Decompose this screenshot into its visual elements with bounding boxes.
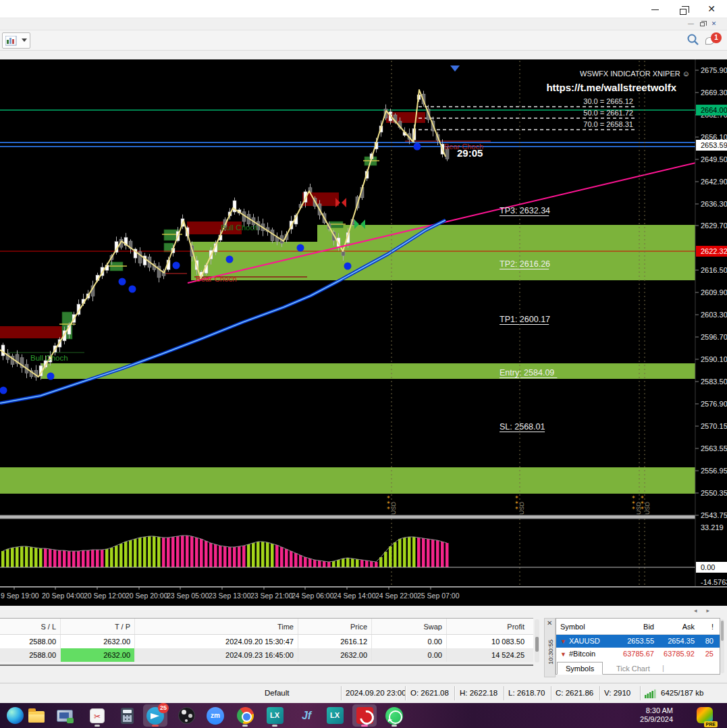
svg-text:23 Sep 13:00: 23 Sep 13:00 xyxy=(209,592,251,600)
panel-grip[interactable]: ✕ 10:30:55 xyxy=(544,618,556,677)
taskbar-item-jforex[interactable]: Jf xyxy=(294,704,319,727)
taskbar-item-obs-studio[interactable] xyxy=(174,704,198,727)
scrollbar-handle[interactable] xyxy=(535,637,539,652)
table-row[interactable]: 2588.00 2632.00 2024.09.20 15:30:47 2616… xyxy=(0,635,533,648)
column-header-swap[interactable]: Swap xyxy=(372,619,447,634)
status-bar: Default 2024.09.20 23:00 O: 2621.08 H: 2… xyxy=(0,683,727,703)
svg-text:24 Sep 14:00: 24 Sep 14:00 xyxy=(333,592,376,600)
status-open: O: 2621.08 xyxy=(410,683,449,703)
svg-text:2616.50: 2616.50 xyxy=(701,266,727,274)
taskbar-item-chrome[interactable] xyxy=(233,704,257,727)
list-item-xauusd[interactable]: ▼XAUUSD 2653.55 2654.35 80 xyxy=(556,635,720,648)
column-header-sl[interactable]: S / L xyxy=(0,619,61,634)
taskbar-item-remote-desktop[interactable] xyxy=(53,704,77,727)
tab-separator: | xyxy=(662,664,664,672)
column-header-time[interactable]: Time xyxy=(135,619,298,634)
taskbar-item-snipping-tool[interactable]: ✂ xyxy=(85,704,109,727)
svg-text:30.0 = 2665.12: 30.0 = 2665.12 xyxy=(583,97,633,105)
status-traffic: 6425/187 kb xyxy=(661,683,703,703)
market-watch-scrollbar[interactable] xyxy=(720,619,724,673)
svg-text:2642.90: 2642.90 xyxy=(701,178,727,186)
svg-text:2596.70: 2596.70 xyxy=(701,333,727,341)
obs-studio-icon xyxy=(178,707,195,724)
panel-scroll-arrows[interactable]: ◂▸ xyxy=(694,607,719,614)
taskbar-item-calculator[interactable] xyxy=(115,704,139,727)
table-row[interactable]: 2588.00 2632.00 2024.09.23 16:45:00 2632… xyxy=(0,648,533,662)
taskbar-item-file-explorer[interactable] xyxy=(24,704,49,727)
taskbar-item-mt4-app[interactable] xyxy=(352,704,377,727)
trades-table[interactable]: S / L T / P Time Price Swap Profit 2588.… xyxy=(0,618,533,662)
running-app-indicator xyxy=(152,725,159,727)
svg-text:Bull Choch: Bull Choch xyxy=(30,354,68,362)
status-high: H: 2622.18 xyxy=(460,683,497,703)
taskbar-item-zoom[interactable]: zm xyxy=(203,704,227,727)
search-icon[interactable] xyxy=(686,33,700,47)
separator xyxy=(640,686,641,700)
market-watch-panel: ◂▸ ✕ 10:30:55 Symbol Bid Ask ! ▼XAUUSD 2… xyxy=(543,606,727,683)
child-close-icon[interactable]: ✕ xyxy=(709,20,719,28)
taskbar-item-telegram[interactable]: 25 xyxy=(143,704,167,727)
toolbar-gap xyxy=(0,51,727,59)
taskbar-copilot-icon[interactable]: PRE xyxy=(695,706,715,726)
zoom-icon: zm xyxy=(207,707,224,725)
status-profile[interactable]: Default xyxy=(265,683,289,703)
cell-sl: 2588.00 xyxy=(0,635,61,648)
svg-text:2576.90: 2576.90 xyxy=(701,400,727,408)
window-close-icon[interactable]: ✕ xyxy=(701,2,722,16)
column-header-price[interactable]: Price xyxy=(298,619,372,634)
column-header-ask[interactable]: Ask xyxy=(657,619,697,634)
notifications-icon[interactable]: 1 xyxy=(705,32,722,47)
lx-app-icon: LX xyxy=(267,707,284,724)
price-chart[interactable]: 30.0 = 2665.1250.0 = 2661.7270.0 = 2658.… xyxy=(0,59,727,606)
svg-text:20 Sep 20:00: 20 Sep 20:00 xyxy=(126,592,168,600)
svg-text:2590.10: 2590.10 xyxy=(701,355,727,363)
column-header-profit[interactable]: Profit xyxy=(447,619,529,634)
column-header-symbol[interactable]: Symbol xyxy=(556,619,614,634)
close-icon[interactable]: ✕ xyxy=(547,619,552,627)
tab-symbols[interactable]: Symbols xyxy=(557,662,603,675)
svg-text:9 Sep 19:00: 9 Sep 19:00 xyxy=(1,592,39,600)
column-header-spread[interactable]: ! xyxy=(697,619,716,634)
taskbar-item-edge[interactable] xyxy=(3,704,27,727)
taskbar-item-lx-app-1[interactable]: LX xyxy=(263,704,287,727)
market-watch-header: Symbol Bid Ask ! xyxy=(556,619,720,635)
cell-profit: 10 083.50 xyxy=(447,635,529,648)
svg-text:24 Sep 06:00: 24 Sep 06:00 xyxy=(292,592,334,600)
child-restore-icon[interactable] xyxy=(697,20,707,28)
separator xyxy=(599,686,600,700)
column-header-bid[interactable]: Bid xyxy=(614,619,657,634)
ask-value: 2654.35 xyxy=(657,635,697,648)
taskbar-clock[interactable]: 8:30 AM 25/9/2024 xyxy=(640,706,673,724)
list-item-bitcoin[interactable]: ▼#Bitcoin 63785.67 63785.92 25 xyxy=(556,648,720,660)
svg-text:WSWFX INDICATOR XNIPER ☺: WSWFX INDICATOR XNIPER ☺ xyxy=(580,70,690,78)
svg-text:TP3: 2632.34: TP3: 2632.34 xyxy=(500,206,550,215)
tab-tick-chart[interactable]: Tick Chart xyxy=(610,663,657,675)
chrome-icon xyxy=(237,707,254,724)
cell-price: 2616.12 xyxy=(298,635,372,648)
status-volume: V: 2910 xyxy=(604,683,630,703)
taskbar-item-lx-app-2[interactable]: LX xyxy=(323,704,347,727)
svg-text:23 Sep 05:00: 23 Sep 05:00 xyxy=(167,592,209,600)
clock-date: 25/9/2024 xyxy=(640,715,673,724)
taskbar-item-whatsapp[interactable] xyxy=(382,704,406,727)
separator xyxy=(454,686,455,700)
trades-scrollbar[interactable] xyxy=(535,619,539,662)
bid-value: 63785.67 xyxy=(614,648,657,660)
column-header-tp[interactable]: T / P xyxy=(61,619,135,634)
window-minimize-icon[interactable] xyxy=(645,2,665,16)
scrollbar-handle[interactable] xyxy=(721,621,724,641)
svg-text:Bear Choch: Bear Choch xyxy=(196,275,237,283)
svg-text:2550.35: 2550.35 xyxy=(701,489,727,497)
svg-text:20 Sep 04:00: 20 Sep 04:00 xyxy=(42,592,84,600)
network-traffic-icon xyxy=(645,689,658,698)
whatsapp-icon xyxy=(385,707,403,725)
chart-type-button[interactable] xyxy=(2,32,30,49)
snipping-tool-icon: ✂ xyxy=(90,708,105,723)
window-restore-icon[interactable] xyxy=(673,2,693,16)
market-watch-tabs: Symbols Tick Chart | xyxy=(556,675,720,683)
svg-text:25 Sep 07:00: 25 Sep 07:00 xyxy=(417,592,460,600)
svg-text:2664.00: 2664.00 xyxy=(701,106,727,114)
svg-text:2649.50: 2649.50 xyxy=(701,155,727,163)
lx-app-icon: LX xyxy=(327,707,344,724)
child-minimize-icon[interactable]: — xyxy=(686,20,696,28)
